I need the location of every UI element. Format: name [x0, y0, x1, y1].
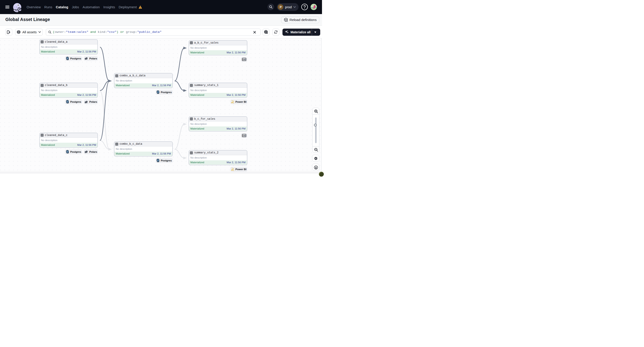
svg-text:csv: csv	[242, 58, 246, 60]
svg-text:csv: csv	[242, 135, 246, 137]
